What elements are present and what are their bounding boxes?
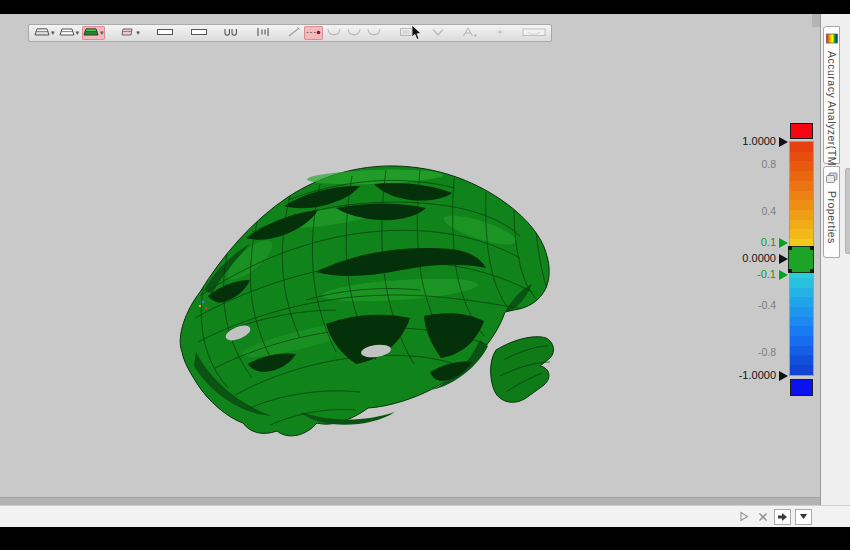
dropdown-caret-icon[interactable]: ▾	[100, 26, 104, 40]
dot-tool-button[interactable]	[493, 26, 507, 40]
spectrum-icon	[826, 30, 838, 48]
chevron-icon	[430, 24, 446, 42]
close-icon[interactable]	[755, 510, 770, 524]
scale-label--1.0000: -1.0000	[730, 370, 776, 381]
panel-splitter-handle[interactable]	[845, 168, 850, 254]
diagonal-line-icon	[287, 24, 301, 42]
dock-arrow-icon[interactable]	[774, 509, 791, 525]
scale-band	[790, 288, 813, 298]
scale-band	[790, 152, 813, 162]
scale-band	[790, 307, 813, 317]
side-tab-label: Accuracy Analyzer(TM)	[826, 51, 838, 170]
scale-band	[790, 326, 813, 336]
scale-label--0.4: -0.4	[730, 300, 776, 311]
zero-block-handle[interactable]	[810, 246, 814, 250]
surface-outline-tool-button[interactable]: ▾	[58, 26, 81, 40]
scale-band	[790, 220, 813, 230]
scale-band	[790, 142, 813, 152]
scale-band	[790, 200, 813, 210]
eraser-tool-button[interactable]: ▾	[118, 26, 141, 40]
annotate-tool-button[interactable]	[460, 26, 479, 40]
scale-band	[790, 336, 813, 346]
scale-band	[790, 355, 813, 365]
scale-marker-limit[interactable]	[779, 137, 788, 147]
scale-band	[790, 278, 813, 288]
letterbox-top	[0, 0, 850, 14]
double-u-tool-button[interactable]	[222, 26, 240, 40]
surface-green-icon	[83, 24, 99, 42]
arc-tool-3-button[interactable]	[365, 26, 383, 40]
scale-marker-limit[interactable]	[779, 371, 788, 381]
zero-block-handle[interactable]	[788, 269, 792, 273]
arc-icon	[366, 24, 382, 42]
scale-label--0.1: -0.1	[730, 269, 776, 280]
eraser-icon	[119, 24, 135, 42]
scale-marker-tolerance[interactable]	[779, 238, 788, 248]
scale-zero-block[interactable]	[788, 246, 814, 273]
scale-band	[790, 181, 813, 191]
side-tab-accuracy-analyzer-tm[interactable]: Accuracy Analyzer(TM)	[823, 26, 840, 164]
zero-block-handle[interactable]	[810, 269, 814, 273]
chevron-tool-button[interactable]	[429, 26, 447, 40]
scale-band	[790, 297, 813, 307]
arc-tool-1-button[interactable]	[325, 26, 343, 40]
mouse-cursor-icon	[411, 24, 423, 41]
scale-max-block[interactable]	[790, 123, 813, 139]
arc-icon	[346, 24, 362, 42]
scale-label-1.0000: 1.0000	[730, 136, 776, 147]
viewport-bottom-strip	[0, 497, 820, 505]
arc-tool-2-button[interactable]	[345, 26, 363, 40]
scale-band	[790, 161, 813, 171]
scale-label-0.8: 0.8	[730, 159, 776, 170]
preview-well-button[interactable]	[521, 26, 547, 40]
rect-icon	[190, 24, 208, 42]
scale-band	[790, 229, 813, 239]
3d-viewport[interactable]: ▾▾▾▾ 1.00000.80.40.10.0000-0.1-0.4-0.8-1…	[0, 14, 820, 497]
scale-marker-tolerance[interactable]	[779, 270, 788, 280]
side-tab-label: Properties	[826, 191, 838, 244]
scale-label-0.0000: 0.0000	[730, 253, 776, 264]
toolbar: ▾▾▾▾	[28, 24, 552, 42]
rect-icon	[156, 24, 174, 42]
double-u-icon	[223, 24, 239, 42]
scale-min-block[interactable]	[790, 379, 813, 396]
scale-label-0.4: 0.4	[730, 206, 776, 217]
arc-icon	[326, 24, 342, 42]
scale-label-0.1: 0.1	[730, 237, 776, 248]
helmet-rear-fin[interactable]	[491, 337, 554, 403]
side-tab-panel: Accuracy Analyzer(TM)Properties	[820, 14, 850, 505]
scale-label--0.8: -0.8	[730, 347, 776, 358]
properties-icon	[825, 170, 838, 188]
status-bar	[0, 505, 850, 527]
scale-band	[790, 171, 813, 181]
surface-active-tool-button[interactable]: ▾	[82, 26, 105, 40]
a-label-icon	[461, 24, 478, 42]
dropdown-caret-icon[interactable]: ▾	[76, 26, 80, 40]
vertical-bars-tool-button[interactable]	[254, 26, 272, 40]
scale-band	[790, 210, 813, 220]
vertical-bars-icon	[255, 24, 271, 42]
slab-tool-1-button[interactable]	[155, 26, 175, 40]
scale-marker-limit[interactable]	[779, 254, 788, 264]
zero-block-handle[interactable]	[788, 246, 792, 250]
scale-band	[790, 346, 813, 356]
dropdown-caret-icon[interactable]: ▾	[136, 26, 140, 40]
helmet-model[interactable]	[0, 14, 820, 497]
well-icon	[522, 24, 546, 42]
measure-icon	[305, 24, 322, 42]
slab-tool-2-button[interactable]	[189, 26, 209, 40]
dot-icon	[494, 24, 506, 42]
scale-band	[790, 191, 813, 201]
side-tab-properties[interactable]: Properties	[823, 166, 840, 258]
dropdown-arrow-icon[interactable]	[795, 509, 812, 525]
letterbox-bottom	[0, 527, 850, 550]
surface-solid-icon	[34, 24, 50, 42]
surface-solid-tool-button[interactable]: ▾	[33, 26, 56, 40]
surface-outline-icon	[59, 24, 75, 42]
application-window: ▾▾▾▾ 1.00000.80.40.10.0000-0.1-0.4-0.8-1…	[0, 0, 850, 550]
play-icon[interactable]	[736, 510, 751, 524]
measure-tool-button[interactable]	[304, 26, 323, 40]
scale-band	[790, 365, 813, 375]
dropdown-caret-icon[interactable]: ▾	[51, 26, 55, 40]
line-tool-button[interactable]	[286, 26, 302, 40]
